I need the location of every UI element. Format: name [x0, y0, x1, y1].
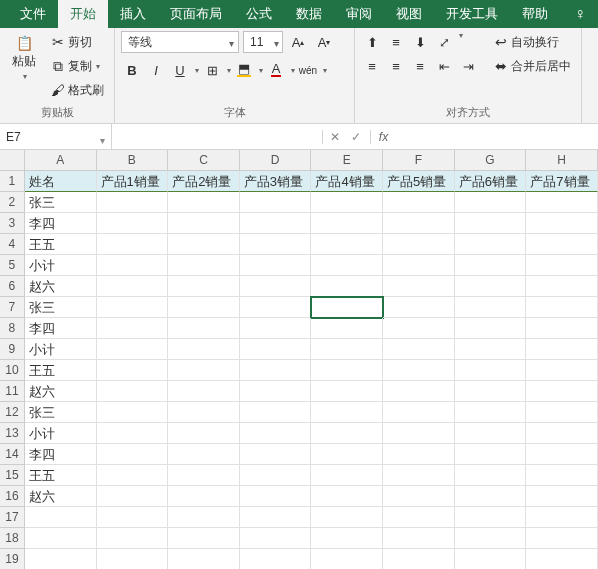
cell[interactable] [455, 255, 527, 276]
cell[interactable] [383, 528, 455, 549]
cell[interactable] [97, 528, 169, 549]
cell[interactable] [383, 192, 455, 213]
column-header[interactable]: H [526, 150, 598, 171]
cell[interactable]: 赵六 [25, 381, 97, 402]
cell[interactable]: 赵六 [25, 276, 97, 297]
accept-formula-button[interactable]: ✓ [346, 130, 366, 144]
font-size-select[interactable]: 11 [243, 31, 283, 53]
cell[interactable] [97, 402, 169, 423]
cell[interactable] [383, 423, 455, 444]
cell[interactable]: 张三 [25, 297, 97, 318]
row-header[interactable]: 15 [0, 465, 25, 486]
formula-bar[interactable] [396, 124, 598, 150]
row-header[interactable]: 4 [0, 234, 25, 255]
paste-button[interactable]: 📋 粘贴 ▾ [6, 31, 42, 85]
cell[interactable] [97, 381, 169, 402]
cell[interactable] [240, 444, 312, 465]
tab-插入[interactable]: 插入 [108, 0, 158, 28]
cell[interactable] [240, 276, 312, 297]
bold-button[interactable]: B [121, 59, 143, 81]
row-header[interactable]: 18 [0, 528, 25, 549]
cell[interactable] [383, 339, 455, 360]
name-box[interactable]: E7 [0, 124, 112, 150]
cell[interactable] [383, 381, 455, 402]
cell[interactable] [383, 507, 455, 528]
column-header[interactable]: B [97, 150, 169, 171]
cell[interactable] [311, 339, 383, 360]
align-top-button[interactable]: ⬆ [361, 31, 383, 53]
cut-button[interactable]: ✂剪切 [46, 31, 108, 53]
merge-center-button[interactable]: ⬌合并后居中 [489, 55, 575, 77]
column-header[interactable]: C [168, 150, 240, 171]
cell[interactable] [240, 234, 312, 255]
cell[interactable] [526, 444, 598, 465]
cell[interactable]: 王五 [25, 360, 97, 381]
row-header[interactable]: 14 [0, 444, 25, 465]
cell[interactable] [455, 549, 527, 569]
cell[interactable] [97, 444, 169, 465]
cell[interactable] [97, 423, 169, 444]
cell[interactable] [455, 234, 527, 255]
decrease-font-button[interactable]: A▾ [313, 31, 335, 53]
row-header[interactable]: 2 [0, 192, 25, 213]
row-header[interactable]: 12 [0, 402, 25, 423]
row-header[interactable]: 16 [0, 486, 25, 507]
cell[interactable] [240, 486, 312, 507]
cell[interactable] [97, 318, 169, 339]
font-color-button[interactable]: A [265, 59, 287, 81]
cell[interactable] [455, 276, 527, 297]
cell[interactable] [240, 402, 312, 423]
fill-color-button[interactable]: ⬒ [233, 59, 255, 81]
cell[interactable] [240, 255, 312, 276]
cell[interactable] [526, 507, 598, 528]
cell[interactable] [383, 465, 455, 486]
cell[interactable] [168, 402, 240, 423]
cell[interactable]: 产品6销量 [455, 171, 527, 192]
cell[interactable]: 产品3销量 [240, 171, 312, 192]
copy-button[interactable]: ⧉复制▾ [46, 55, 108, 77]
cell[interactable] [455, 444, 527, 465]
border-button[interactable]: ⊞ [201, 59, 223, 81]
cell[interactable]: 姓名 [25, 171, 97, 192]
cell[interactable]: 产品5销量 [383, 171, 455, 192]
cell[interactable] [526, 402, 598, 423]
cell[interactable] [383, 234, 455, 255]
cell[interactable] [97, 486, 169, 507]
cell[interactable] [383, 486, 455, 507]
cell[interactable]: 张三 [25, 402, 97, 423]
cell[interactable] [383, 276, 455, 297]
cell[interactable] [311, 507, 383, 528]
format-painter-button[interactable]: 🖌格式刷 [46, 79, 108, 101]
cell[interactable]: 李四 [25, 318, 97, 339]
cell[interactable] [240, 318, 312, 339]
cell[interactable] [311, 213, 383, 234]
cell[interactable] [455, 486, 527, 507]
cell[interactable] [97, 465, 169, 486]
align-center-button[interactable]: ≡ [385, 55, 407, 77]
cell[interactable] [240, 528, 312, 549]
cell[interactable] [383, 318, 455, 339]
align-bottom-button[interactable]: ⬇ [409, 31, 431, 53]
cell[interactable] [168, 444, 240, 465]
cell[interactable] [455, 318, 527, 339]
cell[interactable] [311, 423, 383, 444]
cell[interactable] [526, 528, 598, 549]
cell[interactable]: 王五 [25, 465, 97, 486]
cell[interactable] [455, 507, 527, 528]
orientation-button[interactable]: ⤢ [433, 31, 455, 53]
underline-button[interactable]: U [169, 59, 191, 81]
cell[interactable] [311, 549, 383, 569]
cell[interactable] [168, 297, 240, 318]
cell[interactable]: 小计 [25, 423, 97, 444]
font-family-select[interactable]: 等线 [121, 31, 239, 53]
cell[interactable] [168, 528, 240, 549]
cell[interactable] [311, 444, 383, 465]
row-header[interactable]: 6 [0, 276, 25, 297]
cell[interactable] [168, 339, 240, 360]
row-header[interactable]: 5 [0, 255, 25, 276]
cancel-formula-button[interactable]: ✕ [322, 130, 342, 144]
cell[interactable] [526, 339, 598, 360]
tab-开发工具[interactable]: 开发工具 [434, 0, 510, 28]
cell[interactable]: 李四 [25, 213, 97, 234]
cell[interactable]: 产品7销量 [526, 171, 598, 192]
